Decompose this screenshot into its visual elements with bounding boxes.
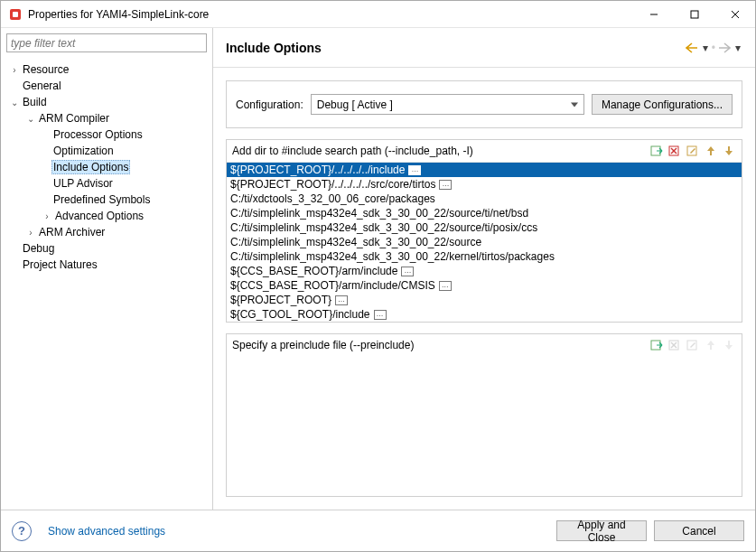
tree-item-include-options[interactable]: Include Options [1, 159, 212, 175]
sidebar: ›Resource General ⌄Build ⌄ARM Compiler P… [1, 28, 213, 510]
include-path-listbox[interactable]: ${PROJECT_ROOT}/../../../../include…${PR… [227, 162, 742, 322]
delete-icon[interactable] [667, 144, 682, 158]
move-up-icon[interactable] [704, 144, 718, 158]
preinclude-label: Specify a preinclude file (--preinclude) [232, 339, 646, 351]
list-item-text: C:/ti/simplelink_msp432e4_sdk_3_30_00_22… [230, 220, 537, 235]
list-item-text: C:/ti/simplelink_msp432e4_sdk_3_30_00_22… [230, 206, 528, 220]
close-button[interactable] [714, 1, 755, 28]
tree-item-resource[interactable]: ›Resource [1, 61, 212, 78]
tree-item-project-natures[interactable]: Project Natures [1, 257, 212, 273]
list-item-text: C:/ti/simplelink_msp432e4_sdk_3_30_00_22… [230, 235, 481, 249]
preinclude-header: Specify a preinclude file (--preinclude) [227, 334, 742, 356]
list-item-text: ${PROJECT_ROOT}/../../../../src/core/tir… [230, 177, 435, 192]
cancel-button[interactable]: Cancel [654, 520, 744, 541]
tree-item-build[interactable]: ⌄Build [1, 94, 212, 110]
include-path-item[interactable]: ${PROJECT_ROOT}/../../../../include… [227, 163, 742, 177]
configuration-value: Debug [ Active ] [317, 98, 393, 111]
include-path-item[interactable]: ${CG_TOOL_ROOT}/include… [227, 307, 742, 322]
tree-item-processor-options[interactable]: Processor Options [1, 126, 212, 143]
include-path-item[interactable]: ${CCS_BASE_ROOT}/arm/include… [227, 264, 742, 278]
chevron-down-icon: ⌄ [8, 98, 21, 108]
tree-item-advanced-options[interactable]: ›Advanced Options [1, 208, 212, 224]
tree-item-ulp-advisor[interactable]: ULP Advisor [1, 175, 212, 192]
show-advanced-link[interactable]: Show advanced settings [48, 525, 165, 538]
app-icon [8, 7, 23, 22]
forward-dropdown[interactable]: ▾ [733, 41, 742, 55]
window-title: Properties for YAMI4-SimpleLink-core [28, 8, 633, 21]
move-up-icon [704, 338, 718, 352]
tree-item-optimization[interactable]: Optimization [1, 143, 212, 159]
expand-variable-icon: … [335, 295, 348, 305]
include-path-item[interactable]: C:/ti/simplelink_msp432e4_sdk_3_30_00_22… [227, 249, 742, 264]
include-path-label: Add dir to #include search path (--inclu… [232, 145, 646, 157]
configuration-label: Configuration: [236, 98, 303, 111]
tree-item-general[interactable]: General [1, 78, 212, 94]
expand-variable-icon: … [439, 281, 452, 291]
expand-variable-icon: … [439, 180, 452, 190]
back-button[interactable] [685, 41, 699, 55]
configuration-box: Configuration: Debug [ Active ] Manage C… [226, 80, 742, 128]
list-item-text: ${CCS_BASE_ROOT}/arm/include/CMSIS [230, 278, 435, 293]
add-icon[interactable] [649, 338, 664, 352]
include-path-group: Add dir to #include search path (--inclu… [226, 139, 742, 323]
main-area: ›Resource General ⌄Build ⌄ARM Compiler P… [1, 28, 755, 510]
include-path-item[interactable]: C:/ti/simplelink_msp432e4_sdk_3_30_00_22… [227, 220, 742, 235]
window-buttons [633, 1, 755, 28]
include-path-item[interactable]: C:/ti/simplelink_msp432e4_sdk_3_30_00_22… [227, 235, 742, 249]
move-down-icon[interactable] [722, 144, 736, 158]
include-path-item[interactable]: C:/ti/simplelink_msp432e4_sdk_3_30_00_22… [227, 206, 742, 220]
edit-icon[interactable] [686, 144, 700, 158]
preinclude-listbox[interactable] [227, 356, 742, 496]
include-path-header: Add dir to #include search path (--inclu… [227, 140, 742, 162]
expand-variable-icon: … [374, 310, 387, 320]
chevron-right-icon: › [41, 211, 53, 221]
include-path-item[interactable]: C:/ti/xdctools_3_32_00_06_core/packages [227, 192, 742, 206]
svg-rect-1 [13, 12, 18, 17]
chevron-right-icon: › [24, 228, 37, 238]
titlebar: Properties for YAMI4-SimpleLink-core [1, 1, 755, 28]
tree-item-arm-compiler[interactable]: ⌄ARM Compiler [1, 110, 212, 126]
help-icon[interactable]: ? [12, 521, 32, 541]
maximize-button[interactable] [674, 1, 714, 28]
preinclude-group: Specify a preinclude file (--preinclude) [226, 333, 742, 497]
delete-icon [667, 338, 682, 352]
expand-variable-icon: … [408, 165, 421, 175]
configuration-select[interactable]: Debug [ Active ] [311, 94, 584, 115]
chevron-down-icon: ⌄ [24, 114, 37, 124]
move-down-icon [722, 338, 736, 352]
include-path-item[interactable]: ${PROJECT_ROOT}… [227, 293, 742, 307]
manage-configurations-button[interactable]: Manage Configurations... [592, 94, 733, 115]
add-icon[interactable] [649, 144, 664, 158]
apply-and-close-button[interactable]: Apply and Close [556, 520, 647, 541]
list-item-text: ${CG_TOOL_ROOT}/include [230, 307, 370, 322]
list-item-text: C:/ti/simplelink_msp432e4_sdk_3_30_00_22… [230, 249, 555, 264]
list-item-text: C:/ti/xdctools_3_32_00_06_core/packages [230, 192, 435, 206]
list-item-text: ${PROJECT_ROOT} [230, 293, 331, 307]
content-header: Include Options ▾ • ▾ [213, 28, 755, 68]
back-dropdown[interactable]: ▾ [701, 41, 710, 55]
nav-tree: ›Resource General ⌄Build ⌄ARM Compiler P… [1, 58, 212, 510]
forward-button[interactable] [717, 41, 732, 55]
nav-arrows: ▾ • ▾ [685, 41, 742, 55]
minimize-button[interactable] [633, 1, 674, 28]
expand-variable-icon: … [401, 267, 414, 276]
page-title: Include Options [226, 41, 685, 55]
filter-input[interactable] [6, 33, 207, 52]
include-path-item[interactable]: ${CCS_BASE_ROOT}/arm/include/CMSIS… [227, 278, 742, 293]
include-path-item[interactable]: ${PROJECT_ROOT}/../../../../src/core/tir… [227, 177, 742, 192]
list-item-text: ${CCS_BASE_ROOT}/arm/include [230, 264, 397, 278]
svg-rect-3 [691, 11, 698, 18]
content-body: Configuration: Debug [ Active ] Manage C… [213, 68, 755, 510]
footer: ? Show advanced settings Apply and Close… [1, 510, 755, 551]
tree-item-arm-archiver[interactable]: ›ARM Archiver [1, 224, 212, 240]
list-item-text: ${PROJECT_ROOT}/../../../../include [230, 163, 405, 177]
tree-item-predefined-symbols[interactable]: Predefined Symbols [1, 192, 212, 208]
chevron-right-icon: › [8, 65, 21, 75]
tree-item-debug[interactable]: Debug [1, 240, 212, 257]
edit-icon [686, 338, 700, 352]
content-panel: Include Options ▾ • ▾ Configuration: Deb… [213, 28, 755, 510]
